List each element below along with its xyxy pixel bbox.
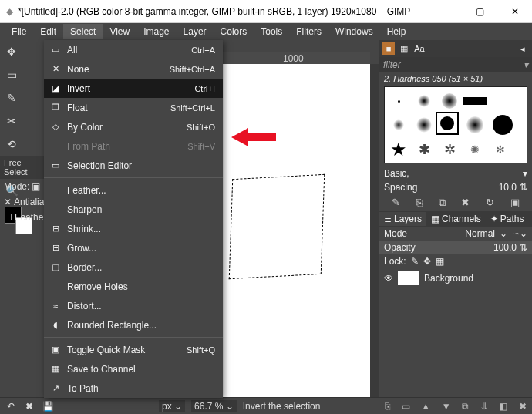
mode-icon[interactable]: ▣ xyxy=(32,181,40,192)
menu-edit[interactable]: Edit xyxy=(33,24,63,39)
undo-history-icon[interactable]: ↶ xyxy=(5,401,17,412)
open-brush-icon[interactable]: ▣ xyxy=(510,197,520,209)
menu-filters[interactable]: Filters xyxy=(289,24,328,39)
menu-item-remove-holes[interactable]: Remove Holes xyxy=(44,277,223,296)
menu-item-selection-editor[interactable]: ▭Selection Editor xyxy=(44,156,223,175)
patterns-tab-icon[interactable]: ▦ xyxy=(398,42,410,55)
right-panel: ■ ▦ Aa ◂ filter▾ 2. Hardness 050 (51 × 5… xyxy=(379,40,532,414)
menu-file[interactable]: File xyxy=(5,24,33,39)
fonts-tab-icon[interactable]: Aa xyxy=(413,42,426,55)
menu-colors[interactable]: Colors xyxy=(214,24,254,39)
new-group-icon[interactable]: ▭ xyxy=(402,401,410,412)
menu-item-feather[interactable]: Feather... xyxy=(44,180,223,200)
brush-filter-input[interactable]: filter▾ xyxy=(379,57,532,72)
menu-item-distort[interactable]: ≈Distort... xyxy=(44,296,223,315)
new-layer-icon[interactable]: ⎘ xyxy=(385,401,390,412)
layer-name: Background xyxy=(424,273,473,284)
menu-item-shrink[interactable]: ⊟Shrink... xyxy=(44,219,223,238)
save-channel-icon: ▦ xyxy=(49,364,62,374)
raise-layer-icon[interactable]: ▲ xyxy=(421,401,430,412)
menu-item-sharpen[interactable]: Sharpen xyxy=(44,200,223,219)
minimize-button[interactable]: ─ xyxy=(428,0,463,23)
spacing-slider[interactable]: Spacing 10.0 ⇅ xyxy=(379,180,532,194)
chevron-up-down-icon[interactable]: ⇅ xyxy=(520,182,527,193)
save-icon[interactable]: 💾 xyxy=(42,401,54,412)
rect-select-tool-icon[interactable]: ▭ xyxy=(2,66,21,84)
delete-layer-icon[interactable]: ✖ xyxy=(519,401,527,412)
menu-item-from-path: From PathShift+V xyxy=(44,136,223,156)
lock-row: Lock: ✎ ✥ ▦ xyxy=(379,254,532,268)
layer-row[interactable]: 👁 Background xyxy=(379,268,532,288)
merge-layer-icon[interactable]: ⥥ xyxy=(480,401,488,412)
maximize-button[interactable]: ▢ xyxy=(463,0,497,23)
delete-brush-icon[interactable]: ✖ xyxy=(461,197,470,209)
tab-channels[interactable]: ▦Channels xyxy=(426,212,486,226)
menu-select[interactable]: Select xyxy=(63,24,103,39)
menu-item-invert[interactable]: ◪InvertCtrl+I xyxy=(44,79,223,98)
close-button[interactable]: ✕ xyxy=(497,0,532,23)
feather-label: Feather xyxy=(15,212,44,223)
menu-view[interactable]: View xyxy=(103,24,136,39)
transform-tool-icon[interactable]: ⟲ xyxy=(2,135,21,153)
lock-alpha-icon[interactable]: ▦ xyxy=(436,256,444,267)
zoom-select[interactable]: 66.7 % ⌄ xyxy=(191,400,237,412)
chevron-down-icon: ⌄ xyxy=(520,228,527,239)
tab-menu-icon[interactable]: ◂ xyxy=(517,42,529,55)
menu-item-save-to-channel[interactable]: ▦Save to Channel xyxy=(44,359,223,379)
move-tool-icon[interactable]: ✥ xyxy=(2,42,21,61)
menu-item-rounded-rectangle[interactable]: ◖Rounded Rectangle... xyxy=(44,315,223,335)
opacity-slider[interactable]: Opacity 100.0 ⇅ xyxy=(379,241,532,254)
chevron-up-down-icon[interactable]: ⇅ xyxy=(520,242,527,253)
mode-label: Mode: xyxy=(4,181,29,192)
ruler-horizontal[interactable]: 1000 xyxy=(223,52,370,64)
menu-item-float[interactable]: ❐FloatShift+Ctrl+L xyxy=(44,98,223,117)
menu-separator xyxy=(44,177,223,178)
menu-tools[interactable]: Tools xyxy=(254,24,289,39)
menu-item-to-path[interactable]: ↗To Path xyxy=(44,379,223,398)
menu-windows[interactable]: Windows xyxy=(328,24,380,39)
antialias-close-icon[interactable]: ✕ xyxy=(4,197,12,207)
feather-checkbox[interactable]: ☐ xyxy=(4,212,12,223)
tool-options-title: Free Select xyxy=(0,156,44,179)
lock-pixels-icon[interactable]: ✎ xyxy=(411,256,419,267)
scrollbar-vertical[interactable] xyxy=(370,64,379,397)
menu-layer[interactable]: Layer xyxy=(177,24,214,39)
canvas[interactable] xyxy=(223,64,370,397)
menu-item-quick-mask[interactable]: ▣Toggle Quick MaskShift+Q xyxy=(44,340,223,359)
mode-switch-icon[interactable]: ∽ xyxy=(512,228,520,239)
menu-item-border[interactable]: ▢Border... xyxy=(44,257,223,277)
menu-item-grow[interactable]: ⊞Grow... xyxy=(44,238,223,257)
menu-help[interactable]: Help xyxy=(380,24,413,39)
tab-paths[interactable]: ✦Paths xyxy=(486,212,529,226)
menu-item-all[interactable]: ▭AllCtrl+A xyxy=(44,40,223,59)
brush-actions: ✎ ⎘ ⧉ ✖ ↻ ▣ xyxy=(379,194,532,211)
duplicate-layer-icon[interactable]: ⧉ xyxy=(462,401,469,412)
annotation-arrow-icon xyxy=(231,126,278,148)
tab-layers[interactable]: ≣Layers xyxy=(379,212,426,226)
unit-select[interactable]: px ⌄ xyxy=(159,400,185,412)
brush-preset-select[interactable]: Basic,▾ xyxy=(379,167,532,180)
brushes-tab-icon[interactable]: ■ xyxy=(382,42,395,55)
all-icon: ▭ xyxy=(49,45,62,55)
menu-image[interactable]: Image xyxy=(136,24,176,39)
distort-icon: ≈ xyxy=(49,301,62,311)
refresh-brush-icon[interactable]: ↻ xyxy=(486,197,494,209)
blend-mode-select[interactable]: Mode Normal ⌄ ∽ ⌄ xyxy=(379,227,532,241)
lock-position-icon[interactable]: ✥ xyxy=(423,256,431,267)
free-select-tool-icon[interactable]: ✎ xyxy=(2,89,21,107)
mask-layer-icon[interactable]: ◧ xyxy=(499,401,507,412)
new-brush-icon[interactable]: ⎘ xyxy=(416,197,423,209)
tab-menu-icon[interactable]: ◂ xyxy=(528,213,532,226)
visibility-icon[interactable]: 👁 xyxy=(384,273,393,284)
antialias-label: Antialias xyxy=(14,197,44,207)
canvas-area: 1000 xyxy=(223,40,379,397)
duplicate-brush-icon[interactable]: ⧉ xyxy=(439,197,446,209)
menu-item-none[interactable]: ✕NoneShift+Ctrl+A xyxy=(44,59,223,79)
lower-layer-icon[interactable]: ▼ xyxy=(442,401,451,412)
menu-item-by-color[interactable]: ◇By ColorShift+O xyxy=(44,117,223,136)
crop-tool-icon[interactable]: ✂ xyxy=(2,112,21,130)
edit-brush-icon[interactable]: ✎ xyxy=(392,197,400,209)
rounded-rect-icon: ◖ xyxy=(49,320,62,330)
brush-grid[interactable]: ★ ✱ ✲ ✺ ✻ xyxy=(384,86,527,163)
cancel-icon[interactable]: ✖ xyxy=(23,401,35,412)
